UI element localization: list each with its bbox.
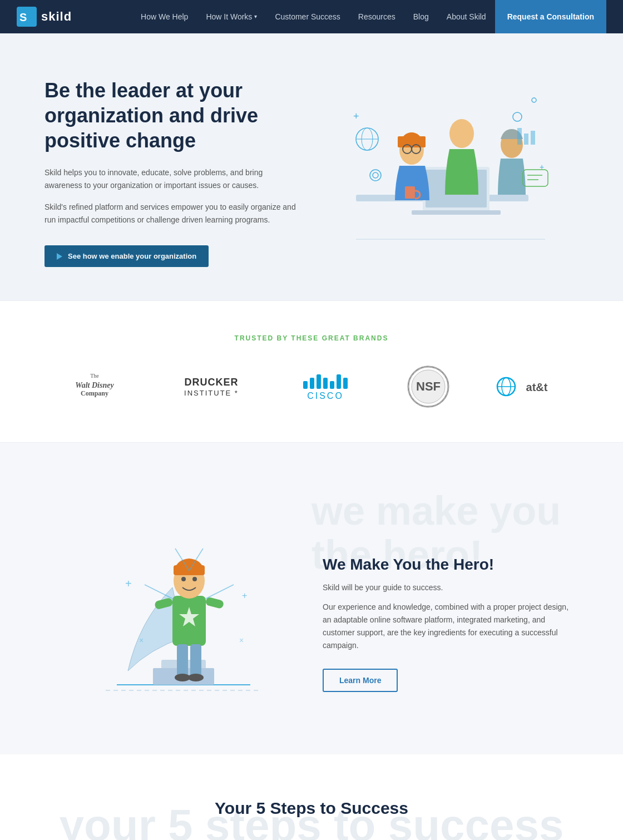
svg-rect-63 <box>177 644 188 678</box>
svg-line-70 <box>206 585 234 599</box>
svg-text:NSF: NSF <box>416 379 441 393</box>
svg-rect-39 <box>330 381 334 389</box>
make-hero-para2: Our experience and knowledge, combined w… <box>323 601 578 652</box>
svg-point-14 <box>449 119 474 148</box>
nav-item-how-it-works[interactable]: How It Works ▾ <box>197 0 266 33</box>
svg-text:×: × <box>139 636 144 645</box>
hero-para2: Skild's refined platform and services em… <box>44 201 300 226</box>
main-nav: S skild How We Help How It Works ▾ Custo… <box>0 0 623 33</box>
att-svg: at&t <box>495 370 562 403</box>
drucker-svg: DRUCKER INSTITUTE * <box>172 370 250 403</box>
hero-section: Be the leader at your organization and d… <box>0 33 623 300</box>
nav-links: How We Help How It Works ▾ Customer Succ… <box>132 0 606 33</box>
hero-image-block: + + <box>300 83 578 261</box>
trusted-section: TRUSTED BY THESE GREAT BRANDS The Walt D… <box>0 300 623 443</box>
cisco-svg: CISCO <box>295 370 362 403</box>
make-hero-heading: We Make You the Hero! <box>323 556 578 574</box>
nav-item-resources[interactable]: Resources <box>349 0 404 33</box>
nav-link-how-it-works[interactable]: How It Works ▾ <box>197 0 266 33</box>
trusted-label: TRUSTED BY THESE GREAT BRANDS <box>44 334 578 342</box>
svg-rect-10 <box>398 136 426 147</box>
svg-rect-41 <box>343 378 348 389</box>
svg-text:INSTITUTE *: INSTITUTE * <box>184 389 239 397</box>
play-icon <box>57 253 62 260</box>
skild-logo-icon: S <box>17 7 37 27</box>
svg-rect-19 <box>531 131 535 145</box>
svg-text:+: + <box>242 591 247 600</box>
brand-logos: The Walt Disney Company DRUCKER INSTITUT… <box>44 364 578 409</box>
svg-text:+: + <box>125 577 132 590</box>
five-steps-heading: Your 5 Steps to Success <box>44 799 578 818</box>
nav-item-about[interactable]: About Skild <box>438 0 495 33</box>
svg-rect-25 <box>523 170 548 186</box>
nav-item-how-we-help[interactable]: How We Help <box>132 0 197 33</box>
att-logo: at&t <box>495 370 562 403</box>
svg-point-29 <box>373 172 378 178</box>
nav-item-cta[interactable]: Request a Consultation <box>495 0 606 33</box>
svg-point-60 <box>192 577 197 581</box>
svg-rect-16 <box>405 186 415 199</box>
hero-heading: Be the leader at your organization and d… <box>44 78 300 153</box>
nav-link-blog[interactable]: Blog <box>404 0 438 33</box>
svg-text:×: × <box>239 636 244 645</box>
svg-text:+: + <box>353 111 359 122</box>
svg-text:Walt Disney: Walt Disney <box>75 381 114 389</box>
nav-item-customer-success[interactable]: Customer Success <box>266 0 349 33</box>
svg-rect-18 <box>524 134 528 145</box>
svg-text:DRUCKER: DRUCKER <box>185 377 239 388</box>
svg-point-59 <box>181 577 186 581</box>
make-hero-text-block: we make you the hero! We Make You the He… <box>323 506 578 692</box>
superhero-svg: + + × × <box>95 487 273 710</box>
five-steps-section: your 5 steps to success Your 5 Steps to … <box>0 754 623 840</box>
chevron-down-icon: ▾ <box>254 0 257 33</box>
nav-link-about[interactable]: About Skild <box>438 0 495 33</box>
svg-rect-64 <box>190 644 201 678</box>
nav-item-blog[interactable]: Blog <box>404 0 438 33</box>
svg-rect-17 <box>517 128 522 145</box>
cisco-logo: CISCO <box>295 370 362 403</box>
svg-point-65 <box>175 674 190 681</box>
learn-more-button[interactable]: Learn More <box>323 669 398 692</box>
svg-rect-36 <box>310 378 314 389</box>
svg-point-66 <box>188 674 204 681</box>
svg-rect-62 <box>205 597 224 610</box>
svg-point-2 <box>513 112 522 121</box>
svg-rect-40 <box>337 374 341 389</box>
nav-link-resources[interactable]: Resources <box>349 0 404 33</box>
svg-rect-8 <box>412 210 501 215</box>
logo-text: skild <box>41 9 72 24</box>
nav-cta-link[interactable]: Request a Consultation <box>495 0 606 33</box>
logo[interactable]: S skild <box>17 7 72 27</box>
hero-para1: Skild helps you to innovate, educate, so… <box>44 166 300 192</box>
drucker-logo: DRUCKER INSTITUTE * <box>172 370 250 403</box>
nsf-svg: NSF <box>406 364 451 409</box>
svg-point-3 <box>532 98 536 102</box>
svg-text:at&t: at&t <box>526 381 548 393</box>
nsf-logo: NSF <box>406 364 451 409</box>
svg-rect-38 <box>323 378 328 389</box>
make-hero-para1: Skild will be your guide to success. <box>323 581 578 594</box>
make-hero-section: + + × × we make you the hero! We Make Yo… <box>0 443 623 754</box>
hero-illustration: + + <box>323 83 556 261</box>
svg-point-28 <box>370 170 381 181</box>
hero-text-block: Be the leader at your organization and d… <box>44 78 300 267</box>
svg-text:Company: Company <box>81 389 108 397</box>
hero-person-image: + + × × <box>44 487 323 710</box>
disney-logo: The Walt Disney Company <box>61 370 128 403</box>
svg-text:CISCO: CISCO <box>307 391 344 401</box>
svg-rect-37 <box>317 374 321 389</box>
nav-link-how-we-help[interactable]: How We Help <box>132 0 197 33</box>
hero-cta-button[interactable]: See how we enable your organization <box>44 245 209 267</box>
disney-svg: The Walt Disney Company <box>61 370 128 403</box>
svg-rect-35 <box>303 381 308 389</box>
svg-text:The: The <box>90 373 99 379</box>
svg-text:S: S <box>19 11 27 23</box>
nav-link-customer-success[interactable]: Customer Success <box>266 0 349 33</box>
